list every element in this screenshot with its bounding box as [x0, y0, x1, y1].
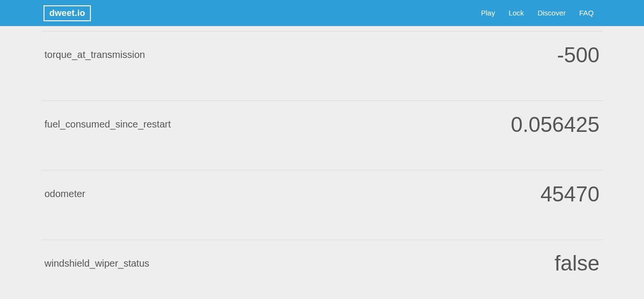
metric-value: 0.056425	[511, 113, 600, 137]
metric-label: windshield_wiper_status	[44, 258, 149, 269]
nav-link-play[interactable]: Play	[474, 0, 502, 26]
metric-label: torque_at_transmission	[44, 49, 145, 60]
metric-row: windshield_wiper_status false	[42, 240, 602, 299]
nav-link-lock[interactable]: Lock	[502, 0, 531, 26]
nav-links: Play Lock Discover FAQ	[474, 0, 600, 26]
metric-label: fuel_consumed_since_restart	[44, 119, 171, 130]
metric-row: fuel_consumed_since_restart 0.056425	[42, 100, 602, 170]
brand-logo[interactable]: dweet.io	[44, 5, 91, 21]
nav-link-discover[interactable]: Discover	[531, 0, 572, 26]
metric-value: false	[555, 251, 600, 275]
metric-value: 45470	[541, 182, 600, 206]
metrics-list: torque_at_transmission -500 fuel_consume…	[42, 26, 602, 299]
metric-row: torque_at_transmission -500	[42, 31, 602, 100]
metric-label: odometer	[44, 188, 86, 199]
nav-link-faq[interactable]: FAQ	[572, 0, 600, 26]
metric-row: odometer 45470	[42, 170, 602, 240]
metric-value: -500	[557, 43, 600, 67]
navbar: dweet.io Play Lock Discover FAQ	[0, 0, 644, 26]
